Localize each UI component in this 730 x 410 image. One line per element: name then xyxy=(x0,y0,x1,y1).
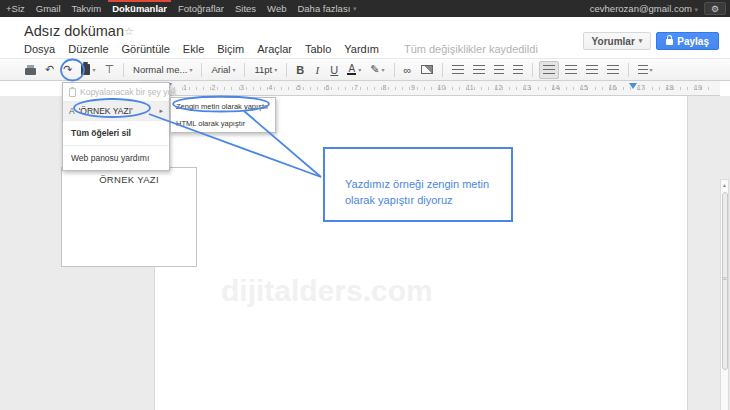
outdent-icon xyxy=(494,65,504,75)
scrollbar-up-arrow-icon[interactable]: ▲ xyxy=(721,180,728,189)
numbered-list-icon xyxy=(452,65,464,75)
menu-item-clipboard-help[interactable]: Web panosu yardımı xyxy=(63,146,169,170)
menu-bicim[interactable]: Biçim xyxy=(217,43,244,55)
toolbar-separator xyxy=(244,63,245,77)
gear-icon[interactable]: ⚙ xyxy=(704,2,726,15)
bullet-list-button[interactable] xyxy=(470,61,488,79)
chevron-down-icon: ▾ xyxy=(232,66,235,73)
bold-button[interactable]: B xyxy=(293,61,307,79)
document-page[interactable]: dijitalders.com xyxy=(154,96,688,410)
ruler-number: 8 xyxy=(383,84,387,91)
bullet-list-icon xyxy=(473,65,485,75)
styles-dropdown[interactable]: Normal me...▾ xyxy=(130,61,195,79)
comments-button[interactable]: Yorumlar ▾ xyxy=(583,32,652,50)
styles-value: Normal me... xyxy=(133,64,187,75)
font-size-value: 11pt xyxy=(254,64,272,75)
doc-title[interactable]: Adsız doküman xyxy=(24,23,124,39)
menu-item-clear-all[interactable]: Tüm öğeleri sil xyxy=(63,121,169,145)
align-right-button[interactable] xyxy=(583,61,601,79)
menu-ekle[interactable]: Ekle xyxy=(183,43,204,55)
toolbar-separator xyxy=(286,63,287,77)
ruler-number: 14 xyxy=(552,84,560,91)
ruler-number: 7 xyxy=(354,84,358,91)
chevron-down-icon: ▾ xyxy=(189,66,192,73)
outdent-button[interactable] xyxy=(491,61,507,79)
web-clipboard-button[interactable]: ▾ xyxy=(78,61,98,79)
doc-header: Adsız doküman ☆ Dosya Düzenle Görüntüle … xyxy=(0,17,730,58)
ruler-number: 11 xyxy=(466,84,473,91)
topbar-link-siz[interactable]: +Siz xyxy=(6,0,25,17)
menu-araclar[interactable]: Araçlar xyxy=(257,43,292,55)
chevron-down-icon: ▾ xyxy=(694,6,698,13)
insert-image-button[interactable] xyxy=(418,61,436,79)
align-center-button[interactable] xyxy=(562,61,580,79)
text-color-button[interactable]: A▾ xyxy=(344,61,364,79)
menu-goruntule[interactable]: Görüntüle xyxy=(122,43,170,55)
align-left-button[interactable] xyxy=(539,61,559,79)
ruler-number: 6 xyxy=(326,84,330,91)
web-clipboard-menu: Kopyalanacak bir şey yok A 'ÖRNEK YAZI' … xyxy=(62,82,170,171)
share-button[interactable]: Paylaş xyxy=(656,32,719,50)
submenu-item-paste-html[interactable]: HTML olarak yapıştır xyxy=(171,115,275,132)
topbar-link-takvim[interactable]: Takvim xyxy=(72,0,102,17)
lock-icon xyxy=(666,39,673,45)
submenu-item-paste-rich-text[interactable]: Zengin metin olarak yapıştır xyxy=(171,98,275,115)
font-dropdown[interactable]: Arial▾ xyxy=(208,61,238,79)
topbar-link-gmail[interactable]: Gmail xyxy=(36,0,61,17)
justify-button[interactable] xyxy=(604,61,622,79)
insert-link-button[interactable]: ∞ xyxy=(401,61,415,79)
sample-text-box: ÖRNEK YAZI xyxy=(61,167,197,267)
star-icon[interactable]: ☆ xyxy=(124,25,134,38)
indent-marker-right[interactable] xyxy=(629,83,637,89)
account-menu[interactable]: cevherozan@gmail.com ▾ xyxy=(590,3,698,14)
submenu-arrow-icon: ▸ xyxy=(159,107,163,115)
scrollbar-thumb[interactable] xyxy=(722,192,728,370)
topbar-link-fotograflar[interactable]: Fotoğraflar xyxy=(178,0,224,17)
line-spacing-button[interactable]: ▾ xyxy=(635,61,656,79)
menu-bar: Dosya Düzenle Görüntüle Ekle Biçim Araçl… xyxy=(24,43,538,55)
google-bar: +Siz Gmail Takvim Dokümanlar Fotoğraflar… xyxy=(0,0,730,17)
paint-format-button[interactable]: ⊤ xyxy=(101,61,117,79)
ruler-number: 13 xyxy=(523,84,531,91)
clipboard-outline-icon xyxy=(69,88,76,97)
chevron-down-icon: ▾ xyxy=(639,37,643,45)
italic-button[interactable]: I xyxy=(310,61,324,79)
highlight-color-button[interactable]: ✎▾ xyxy=(367,61,387,79)
indent-button[interactable] xyxy=(510,61,526,79)
font-size-dropdown[interactable]: 11pt▾ xyxy=(251,61,280,79)
menu-item-nothing-to-copy: Kopyalanacak bir şey yok xyxy=(63,83,169,101)
undo-button[interactable]: ↶ xyxy=(42,61,57,79)
print-button[interactable] xyxy=(22,61,39,79)
chevron-down-icon: ▾ xyxy=(92,66,95,73)
align-left-icon xyxy=(543,65,555,75)
toolbar-separator xyxy=(201,63,202,77)
topbar-link-sites[interactable]: Sites xyxy=(235,0,256,17)
redo-button[interactable]: ↷ xyxy=(60,61,75,79)
align-right-icon xyxy=(586,65,598,75)
line-spacing-icon xyxy=(638,65,648,75)
ruler-number: 5 xyxy=(297,84,301,91)
annotation-text: Yazdımız örneği zengin metin olarak yapı… xyxy=(325,149,511,209)
text-color-glyph: A xyxy=(348,64,355,73)
ruler-number: 18 xyxy=(666,84,674,91)
topbar-link-web[interactable]: Web xyxy=(267,0,286,17)
numbered-list-button[interactable] xyxy=(449,61,467,79)
ruler-number: 3 xyxy=(240,84,244,91)
menu-duzenle[interactable]: Düzenle xyxy=(68,43,108,55)
save-status: Tüm değişiklikler kaydedildi xyxy=(404,43,538,55)
watermark: dijitalders.com xyxy=(221,274,433,308)
menu-item-ornek-yazi[interactable]: A 'ÖRNEK YAZI' ▸ xyxy=(63,102,169,120)
vertical-scrollbar[interactable]: ▲ ▼ xyxy=(720,179,729,410)
topbar-link-dokumanlar[interactable]: Dokümanlar xyxy=(112,0,167,17)
text-color-bar xyxy=(347,73,356,75)
ruler-number: 2 xyxy=(212,84,216,91)
underline-button[interactable]: U xyxy=(327,61,341,79)
ornek-yazi-label: 'ÖRNEK YAZI' xyxy=(79,106,133,116)
justify-icon xyxy=(607,65,619,75)
menu-dosya[interactable]: Dosya xyxy=(24,43,55,55)
menu-yardim[interactable]: Yardım xyxy=(344,43,379,55)
topbar-link-more[interactable]: Daha fazlası ▾ xyxy=(297,0,356,17)
google-bar-right: cevherozan@gmail.com ▾ ⚙ xyxy=(590,0,730,17)
menu-tablo[interactable]: Tablo xyxy=(305,43,331,55)
ruler-number: 19 xyxy=(694,84,702,91)
